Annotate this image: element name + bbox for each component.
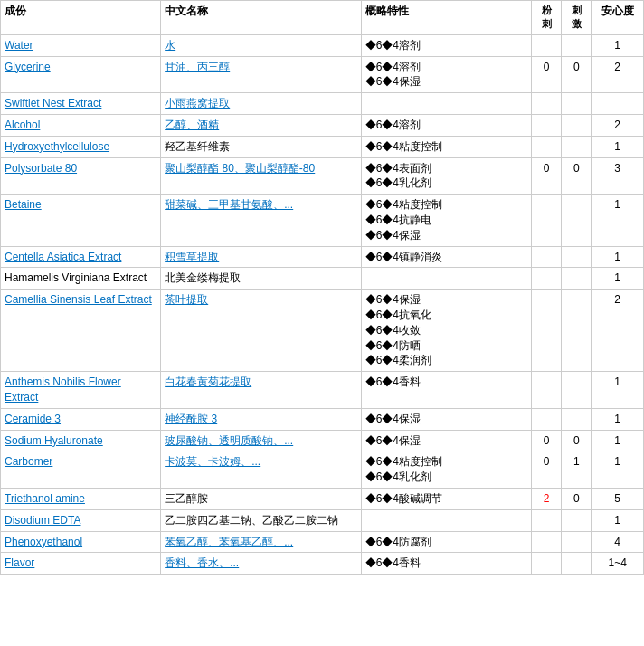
ingredient-link[interactable]: Ceramide 3 xyxy=(5,413,61,425)
cell-ci: 0 xyxy=(562,157,592,195)
ingredient-link[interactable]: Swiftlet Nest Extract xyxy=(5,97,101,109)
chinese-name-link[interactable]: 茶叶提取 xyxy=(165,293,208,306)
chinese-name-link[interactable]: 香料、香水、... xyxy=(165,556,239,569)
cell-safety: 2 xyxy=(592,114,644,136)
property-tag: ◆6◆4溶剂 xyxy=(365,118,527,133)
property-tag: ◆6◆4收敛 xyxy=(365,323,527,338)
cell-properties: ◆6◆4保湿 xyxy=(361,430,531,451)
chinese-name-link[interactable]: 乙醇、酒精 xyxy=(165,119,219,131)
property-tag: ◆6◆4保湿 xyxy=(365,433,527,449)
ingredient-link[interactable]: Glycerine xyxy=(5,61,51,73)
cell-safety: 1 xyxy=(592,34,644,56)
chinese-name-link[interactable]: 水 xyxy=(165,39,175,52)
cell-properties: ◆6◆4香料 xyxy=(361,553,531,575)
cell-chinese-name: 小雨燕窝提取 xyxy=(161,93,361,115)
table-row: Hamamelis Virginiana Extract北美金缕梅提取1 xyxy=(1,268,644,290)
table-row: Betaine甜菜碱、三甲基甘氨酸、...◆6◆4粘度控制◆6◆4抗静电◆6◆4… xyxy=(1,195,644,246)
cell-ingredient: Camellia Sinensis Leaf Extract xyxy=(1,290,161,372)
cell-properties: ◆6◆4粘度控制◆6◆4抗静电◆6◆4保湿 xyxy=(361,195,531,246)
cell-ingredient: Glycerine xyxy=(1,56,161,93)
cell-ci xyxy=(562,509,592,531)
cell-safety: 1~4 xyxy=(592,553,644,575)
cell-ingredient: Ceramide 3 xyxy=(1,408,161,430)
table-row: Triethanol amine三乙醇胺◆6◆4酸碱调节205 xyxy=(1,488,644,509)
cell-fen: 0 xyxy=(531,430,561,451)
cell-ci xyxy=(562,553,592,575)
cell-ci xyxy=(562,268,592,290)
ingredient-link[interactable]: Flavor xyxy=(5,556,34,569)
ingredient-link[interactable]: Triethanol amine xyxy=(5,492,85,505)
cell-properties xyxy=(361,509,531,531)
cell-properties: ◆6◆4溶剂 xyxy=(361,114,531,136)
chinese-name-link[interactable]: 小雨燕窝提取 xyxy=(165,97,230,109)
ingredient-link[interactable]: Anthemis Nobilis Flower Extract xyxy=(5,375,121,404)
ingredient-link[interactable]: Disodium EDTA xyxy=(5,514,80,527)
cell-fen xyxy=(531,372,561,409)
cell-ingredient: Polysorbate 80 xyxy=(1,157,161,195)
ingredient-link[interactable]: Centella Asiatica Extract xyxy=(5,251,121,263)
cell-ci xyxy=(562,93,592,115)
ingredients-table: 成份 中文名称 概略特性 粉刺 刺激 安心度 Water水◆6◆4溶剂1Glyc… xyxy=(0,0,644,575)
cell-ci xyxy=(562,290,592,372)
ingredient-link[interactable]: Carbomer xyxy=(5,455,52,468)
chinese-name-link[interactable]: 甘油、丙三醇 xyxy=(165,61,230,73)
cell-ingredient: Disodium EDTA xyxy=(1,509,161,531)
cell-fen xyxy=(531,290,561,372)
cell-properties: ◆6◆4酸碱调节 xyxy=(361,488,531,509)
chinese-name-link[interactable]: 神经酰胺 3 xyxy=(165,413,217,425)
cell-safety: 1 xyxy=(592,430,644,451)
chinese-name-link[interactable]: 卡波莫、卡波姆、... xyxy=(165,455,260,468)
chinese-name-link[interactable]: 聚山梨醇酯 80、聚山梨醇酯-80 xyxy=(165,162,315,175)
chinese-name-link[interactable]: 积雪草提取 xyxy=(165,251,219,263)
ingredient-link[interactable]: Polysorbate 80 xyxy=(5,162,77,175)
table-row: Ceramide 3神经酰胺 3◆6◆4保湿1 xyxy=(1,408,644,430)
cell-ingredient: Carbomer xyxy=(1,451,161,489)
table-row: Water水◆6◆4溶剂1 xyxy=(1,34,644,56)
cell-safety: 1 xyxy=(592,136,644,157)
property-tag: ◆6◆4溶剂 xyxy=(365,60,527,75)
cell-chinese-name: 玻尿酸钠、透明质酸钠、... xyxy=(161,430,361,451)
cell-fen xyxy=(531,553,561,575)
cell-chinese-name: 卡波莫、卡波姆、... xyxy=(161,451,361,489)
cell-ci xyxy=(562,34,592,56)
ingredient-link[interactable]: Sodium Hyaluronate xyxy=(5,434,103,447)
property-tag: ◆6◆4保湿 xyxy=(365,228,527,243)
header-fen: 粉刺 xyxy=(531,1,561,35)
cell-chinese-name: 羟乙基纤维素 xyxy=(161,136,361,157)
cell-ingredient: Centella Asiatica Extract xyxy=(1,246,161,268)
cell-chinese-name: 甜菜碱、三甲基甘氨酸、... xyxy=(161,195,361,246)
cell-chinese-name: 苯氧乙醇、苯氧基乙醇、... xyxy=(161,531,361,553)
cell-properties: ◆6◆4粘度控制◆6◆4乳化剂 xyxy=(361,451,531,489)
cell-ci xyxy=(562,114,592,136)
ingredient-link[interactable]: Camellia Sinensis Leaf Extract xyxy=(5,293,152,306)
cell-fen xyxy=(531,246,561,268)
cell-safety: 1 xyxy=(592,509,644,531)
ingredient-link[interactable]: Betaine xyxy=(5,198,42,211)
cell-safety: 4 xyxy=(592,531,644,553)
cell-chinese-name: 聚山梨醇酯 80、聚山梨醇酯-80 xyxy=(161,157,361,195)
table-row: Carbomer卡波莫、卡波姆、...◆6◆4粘度控制◆6◆4乳化剂011 xyxy=(1,451,644,489)
cell-properties: ◆6◆4溶剂◆6◆4保湿 xyxy=(361,56,531,93)
property-tag: ◆6◆4抗氧化 xyxy=(365,308,527,323)
property-tag: ◆6◆4香料 xyxy=(365,556,527,571)
cell-properties: ◆6◆4保湿 xyxy=(361,408,531,430)
chinese-name-link[interactable]: 甜菜碱、三甲基甘氨酸、... xyxy=(165,198,293,211)
cell-properties: ◆6◆4保湿◆6◆4抗氧化◆6◆4收敛◆6◆4防晒◆6◆4柔润剂 xyxy=(361,290,531,372)
ingredient-link[interactable]: Alcohol xyxy=(5,119,40,131)
chinese-name-link[interactable]: 白花春黄菊花提取 xyxy=(165,375,251,388)
table-row: Phenoxyethanol苯氧乙醇、苯氧基乙醇、...◆6◆4防腐剂4 xyxy=(1,531,644,553)
ingredient-link[interactable]: Hydroxyethylcellulose xyxy=(5,140,109,153)
cell-properties: ◆6◆4粘度控制 xyxy=(361,136,531,157)
cell-fen xyxy=(531,509,561,531)
ingredient-link[interactable]: Phenoxyethanol xyxy=(5,536,82,548)
table-row: Alcohol乙醇、酒精◆6◆4溶剂2 xyxy=(1,114,644,136)
cell-fen xyxy=(531,195,561,246)
cell-chinese-name: 白花春黄菊花提取 xyxy=(161,372,361,409)
table-row: Swiftlet Nest Extract小雨燕窝提取 xyxy=(1,93,644,115)
cell-ingredient: Water xyxy=(1,34,161,56)
cell-chinese-name: 水 xyxy=(161,34,361,56)
chinese-name-link[interactable]: 玻尿酸钠、透明质酸钠、... xyxy=(165,434,293,447)
ingredient-link[interactable]: Water xyxy=(5,39,33,52)
cell-chinese-name: 甘油、丙三醇 xyxy=(161,56,361,93)
chinese-name-link[interactable]: 苯氧乙醇、苯氧基乙醇、... xyxy=(165,536,293,548)
